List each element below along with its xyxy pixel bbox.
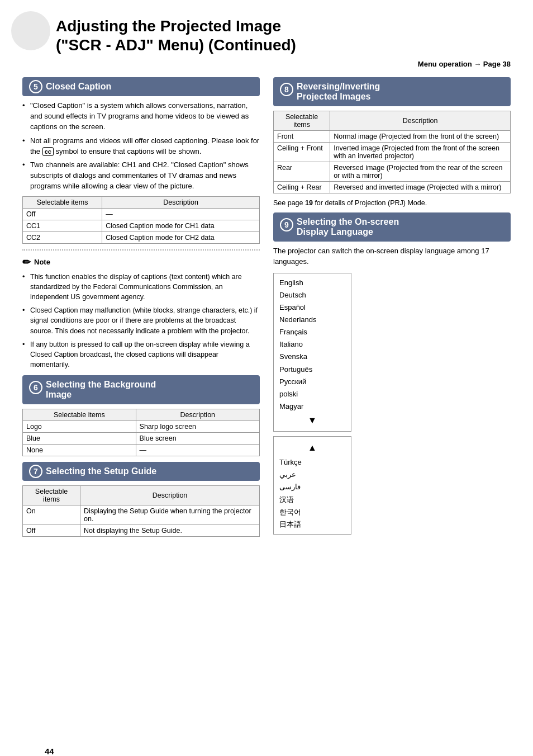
setup-guide-header: 7 Selecting the Setup Guide — [22, 462, 260, 481]
left-column: 5 Closed Caption "Closed Caption" is a s… — [22, 77, 260, 542]
closed-caption-table: Selectable items Description Off — CC1 C… — [22, 196, 260, 244]
closed-caption-bullets: "Closed Caption" is a system which allow… — [22, 101, 260, 192]
table-row: CC1 Closed Caption mode for CH1 data — [23, 220, 260, 231]
lang-item: Français — [279, 326, 345, 338]
table-row: Off — — [23, 208, 260, 220]
table-header-desc: Description — [80, 486, 260, 505]
note-item: If any button is pressed to call up the … — [22, 339, 260, 370]
section-num-7: 7 — [29, 465, 42, 478]
table-row: On Displaying the Setup Guide when turni… — [23, 505, 260, 525]
bullet-item: "Closed Caption" is a system which allow… — [22, 101, 260, 133]
closed-caption-title: Closed Caption — [46, 82, 111, 92]
table-header-items: Selectable items — [23, 196, 102, 208]
note-list: This function enables the display of cap… — [22, 272, 260, 370]
lang-item: Nederlands — [279, 314, 345, 326]
table-row: Ceiling + Front Inverted image (Projecte… — [274, 143, 511, 162]
table-header-desc: Description — [102, 196, 260, 208]
note-item: This function enables the display of cap… — [22, 272, 260, 302]
menu-operation: Menu operation → Page 38 — [22, 60, 511, 68]
page-title: 5 Adjusting the Projected Image ("SCR - … — [56, 17, 511, 54]
lang-item: Deutsch — [279, 289, 345, 301]
section-num-5: 5 — [29, 80, 42, 93]
lang-item: 汉语 — [279, 494, 345, 506]
table-header-desc: Description — [136, 409, 259, 421]
lang-item: Italiano — [279, 338, 345, 351]
table-row: Rear Reversed image (Projected from the … — [274, 162, 511, 182]
table-header-items: Selectable items — [274, 111, 330, 131]
note-label: Note — [34, 258, 50, 266]
lang-item: Español — [279, 301, 345, 314]
background-image-title: Selecting the BackgroundImage — [46, 380, 156, 400]
background-image-header: 6 Selecting the BackgroundImage — [22, 375, 260, 404]
onscreen-lang-section: 9 Selecting the On-screenDisplay Languag… — [273, 212, 511, 535]
lang-item: 한국어 — [279, 506, 345, 518]
lang-item: فارسی — [279, 481, 345, 493]
lang-item: Svenska — [279, 351, 345, 363]
reversing-table: Selectable items Description Front Norma… — [273, 111, 511, 193]
lang-item: 日本語 — [279, 518, 345, 531]
table-row: None — — [23, 445, 260, 456]
note-section: ✏ Note This function enables the display… — [22, 256, 260, 370]
reversing-title: Reversing/InvertingProjected Images — [297, 82, 380, 102]
background-image-section: 6 Selecting the BackgroundImage Selectab… — [22, 375, 260, 456]
setup-guide-title: Selecting the Setup Guide — [46, 466, 156, 476]
lang-item: English — [279, 277, 345, 289]
setup-guide-table: Selectable items Description On Displayi… — [22, 485, 260, 537]
table-row: Off Not displaying the Setup Guide. — [23, 525, 260, 537]
section-num-6: 6 — [29, 381, 42, 394]
closed-caption-header: 5 Closed Caption — [22, 77, 260, 96]
note-item: Closed Caption may malfunction (white bl… — [22, 305, 260, 336]
lang-item: Русский — [279, 376, 345, 388]
table-header-items: Selectable items — [23, 409, 136, 421]
lang-item: Português — [279, 363, 345, 376]
reversing-section: 8 Reversing/InvertingProjected Images Se… — [273, 77, 511, 207]
table-header-desc: Description — [330, 111, 511, 131]
reversing-header: 8 Reversing/InvertingProjected Images — [273, 77, 511, 106]
onscreen-lang-header: 9 Selecting the On-screenDisplay Languag… — [273, 212, 511, 242]
lang-item: Magyar — [279, 400, 345, 413]
bullet-item: Not all programs and videos will offer c… — [22, 136, 260, 157]
table-header-items: Selectable items — [23, 486, 80, 505]
table-row: CC2 Closed Caption mode for CH2 data — [23, 231, 260, 243]
bullet-item: Two channels are available: CH1 and CH2.… — [22, 160, 260, 192]
page-number: 44 — [45, 746, 54, 756]
page-title-area: 5 Adjusting the Projected Image ("SCR - … — [22, 17, 511, 68]
table-row: Front Normal image (Projected from the f… — [274, 131, 511, 143]
scroll-down-arrow: ▼ — [279, 413, 345, 428]
lang-item: polski — [279, 388, 345, 400]
note-header: ✏ Note — [22, 256, 260, 268]
lang-item: Türkçe — [279, 456, 345, 469]
right-column: 8 Reversing/InvertingProjected Images Se… — [273, 77, 511, 542]
onscreen-lang-title: Selecting the On-screenDisplay Language — [297, 217, 399, 237]
see-page-ref: See page 19 for details of Projection (P… — [273, 199, 511, 207]
lang-item: عربي — [279, 469, 345, 481]
language-list-bottom[interactable]: ▲ Türkçe عربي فارسی 汉语 한국어 日本語 — [273, 436, 351, 535]
dotted-separator — [22, 249, 260, 251]
onscreen-lang-desc: The projector can switch the on-screen d… — [273, 246, 511, 267]
language-list-top[interactable]: English Deutsch Español Nederlands Franç… — [273, 273, 351, 432]
section-num-9: 9 — [280, 218, 293, 231]
table-row: Blue Blue screen — [23, 433, 260, 445]
table-row: Ceiling + Rear Reversed and inverted ima… — [274, 182, 511, 193]
cc-symbol: cc — [42, 147, 54, 156]
scroll-up-arrow: ▲ — [279, 440, 345, 455]
setup-guide-section: 7 Selecting the Setup Guide Selectable i… — [22, 462, 260, 537]
table-row: Logo Sharp logo screen — [23, 421, 260, 433]
background-image-table: Selectable items Description Logo Sharp … — [22, 409, 260, 456]
closed-caption-section: 5 Closed Caption "Closed Caption" is a s… — [22, 77, 260, 244]
note-icon: ✏ — [22, 256, 31, 268]
section-num-8: 8 — [280, 83, 293, 96]
